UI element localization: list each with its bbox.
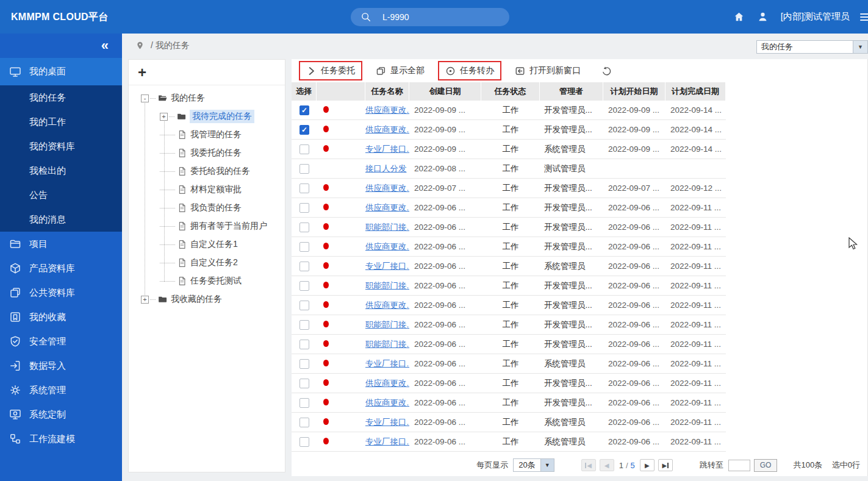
tree-node[interactable]: 我委托的任务 xyxy=(129,144,285,162)
sidebar-item-stack[interactable]: 公共资料库 xyxy=(0,280,122,305)
row-checkbox[interactable] xyxy=(299,418,309,427)
sidebar-item-bookmark[interactable]: 我的收藏 xyxy=(0,305,122,329)
next-page-button[interactable]: ▶ xyxy=(640,459,655,471)
task-name-link[interactable]: 专业厂接口... xyxy=(365,437,409,446)
task-name-link[interactable]: 供应商更改... xyxy=(365,379,409,388)
task-name-link[interactable]: 供应商更改... xyxy=(365,398,409,407)
col-flag[interactable] xyxy=(317,82,365,101)
task-delegate-button[interactable]: 任务委托 xyxy=(299,61,362,80)
task-name-link[interactable]: 供应商更改... xyxy=(365,183,409,193)
task-status: 工作 xyxy=(481,378,540,389)
tree-expander[interactable]: - xyxy=(141,94,149,102)
task-name-link[interactable]: 专业厂接口... xyxy=(365,359,409,368)
sidebar-subitem-2[interactable]: 我的资料库 xyxy=(0,134,122,159)
undo-button[interactable] xyxy=(594,62,619,80)
tree-node[interactable]: 我管理的任务 xyxy=(129,126,285,144)
sidebar-subitem-3[interactable]: 我检出的 xyxy=(0,159,122,183)
open-new-window-button[interactable]: 打开到新窗口 xyxy=(508,61,588,80)
task-name-link[interactable]: 职能部门接... xyxy=(365,281,409,290)
task-name-link[interactable]: 职能部门接... xyxy=(365,320,409,329)
col-manager[interactable]: 管理者 xyxy=(540,82,603,101)
row-checkbox[interactable] xyxy=(299,359,309,369)
task-transfer-button[interactable]: 任务转办 xyxy=(438,61,501,80)
sidebar-subitem-0[interactable]: 我的任务 xyxy=(0,85,122,110)
col-plan-start[interactable]: 计划开始日期 xyxy=(603,82,665,101)
col-created[interactable]: 创建日期 xyxy=(409,82,481,101)
task-name-link[interactable]: 接口人分发 xyxy=(365,164,407,173)
chevron-down-icon[interactable]: ▼ xyxy=(853,41,867,53)
per-page-dropdown[interactable]: 20条 ▼ xyxy=(513,458,554,472)
task-name-link[interactable]: 专业厂接口... xyxy=(365,144,409,154)
show-all-button[interactable]: 显示全部 xyxy=(368,61,432,80)
col-task-name[interactable]: 任务名称 xyxy=(365,82,409,101)
row-checkbox[interactable] xyxy=(299,340,309,349)
row-checkbox[interactable] xyxy=(299,203,309,213)
tree-node[interactable]: 委托给我的任务 xyxy=(129,162,285,180)
tree-node[interactable]: 任务委托测试 xyxy=(129,272,285,290)
sidebar-collapse[interactable]: « xyxy=(0,34,122,58)
task-name-link[interactable]: 专业厂接口... xyxy=(365,262,409,271)
task-name-link[interactable]: 职能部门接... xyxy=(365,340,409,349)
sidebar-item-shield[interactable]: 安全管理 xyxy=(0,329,122,354)
jump-page-input[interactable] xyxy=(728,460,750,471)
user-icon[interactable] xyxy=(757,11,769,23)
chevron-down-icon[interactable]: ▼ xyxy=(540,459,554,471)
task-name-link[interactable]: 供应商更改... xyxy=(365,125,409,134)
tree-expander[interactable]: + xyxy=(160,113,168,121)
tree-node[interactable]: 我负责的任务 xyxy=(129,199,285,217)
row-checkbox[interactable] xyxy=(299,164,309,174)
sidebar-item-gear[interactable]: 系统管理 xyxy=(0,378,122,402)
task-name-link[interactable]: 供应商更改... xyxy=(365,242,409,251)
row-checkbox[interactable] xyxy=(299,379,309,388)
task-name-link[interactable]: 职能部门接... xyxy=(365,223,409,232)
sidebar-subitem-4[interactable]: 公告 xyxy=(0,183,122,207)
row-checkbox[interactable] xyxy=(299,301,309,310)
last-page-button[interactable]: ▶ xyxy=(658,459,673,471)
row-checkbox[interactable] xyxy=(299,281,309,291)
task-name-link[interactable]: 供应商更改... xyxy=(365,203,409,212)
sidebar-subitem-5[interactable]: 我的消息 xyxy=(0,207,122,232)
go-button[interactable]: GO xyxy=(754,459,778,472)
collapse-left-icon[interactable]: « xyxy=(101,39,109,52)
row-checkbox[interactable] xyxy=(299,183,309,193)
sidebar-item-my-desktop[interactable]: 我的桌面 xyxy=(0,58,122,85)
tree-node[interactable]: 材料定额审批 xyxy=(129,180,285,199)
tree-node[interactable]: - 我的任务 xyxy=(129,89,285,107)
home-icon[interactable] xyxy=(733,11,745,23)
sidebar-subitem-1[interactable]: 我的工作 xyxy=(0,110,122,134)
view-selector-dropdown[interactable]: 我的任务 ▼ xyxy=(756,40,868,54)
row-checkbox[interactable] xyxy=(299,320,309,330)
tree-node[interactable]: 拥有者等于当前用户 xyxy=(129,217,285,235)
global-search[interactable]: L-9990 xyxy=(351,8,509,26)
tree-node[interactable]: 自定义任务1 xyxy=(129,235,285,254)
col-plan-end[interactable]: 计划完成日期 xyxy=(665,82,726,101)
row-checkbox[interactable] xyxy=(299,125,309,135)
hamburger-menu-icon[interactable] xyxy=(859,11,868,23)
tree-node[interactable]: + 我待完成的任务 xyxy=(129,107,285,126)
tree-expander[interactable]: + xyxy=(141,296,149,304)
row-checkbox[interactable] xyxy=(299,437,309,447)
row-checkbox[interactable] xyxy=(299,105,309,115)
row-checkbox[interactable] xyxy=(299,262,309,271)
tree-node[interactable]: + 我收藏的任务 xyxy=(129,290,285,308)
task-name-link[interactable]: 供应商更改... xyxy=(365,301,409,310)
sidebar-item-workflow[interactable]: 工作流建模 xyxy=(0,427,122,451)
tree-node[interactable]: 自定义任务2 xyxy=(129,254,285,272)
sidebar-item-import[interactable]: 数据导入 xyxy=(0,354,122,378)
prev-page-button[interactable]: ◀ xyxy=(600,459,614,471)
first-page-button[interactable]: ◀ xyxy=(581,459,596,471)
add-node-button[interactable]: + xyxy=(138,65,146,80)
row-checkbox[interactable] xyxy=(299,398,309,408)
username-label[interactable]: [内部]测试管理员 xyxy=(781,11,850,23)
sidebar-item-cube[interactable]: 产品资料库 xyxy=(0,256,122,280)
task-name-link[interactable]: 供应商更改... xyxy=(365,105,409,115)
sidebar-item-project[interactable]: 项目 xyxy=(0,232,122,256)
task-name-link[interactable]: 专业厂接口... xyxy=(365,418,409,427)
col-status[interactable]: 任务状态 xyxy=(481,82,540,101)
row-checkbox[interactable] xyxy=(299,223,309,232)
search-input[interactable]: L-9990 xyxy=(382,12,409,22)
col-select[interactable]: 选择 xyxy=(292,82,317,101)
sidebar-item-monitor-gear[interactable]: 系统定制 xyxy=(0,402,122,427)
row-checkbox[interactable] xyxy=(299,242,309,252)
row-checkbox[interactable] xyxy=(299,144,309,154)
